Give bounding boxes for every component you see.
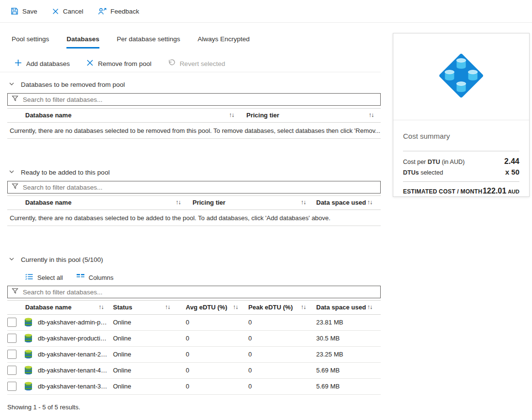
sort-icon[interactable]: ↑↓	[301, 199, 306, 206]
cancel-label: Cancel	[63, 8, 83, 15]
db-peak-edtu: 0	[248, 335, 252, 342]
remove-from-pool-label: Remove from pool	[98, 60, 151, 67]
section-current-header[interactable]: Currently in this pool (5/100)	[0, 255, 381, 264]
sql-database-icon	[24, 381, 32, 392]
db-data-space: 5.69 MB	[316, 367, 339, 374]
sort-icon[interactable]: ↑↓	[233, 304, 238, 310]
estimated-cost-label: ESTIMATED COST / MONTH	[403, 188, 483, 195]
feedback-button[interactable]: Feedback	[98, 7, 139, 15]
sort-icon[interactable]: ↑↓	[369, 112, 374, 118]
sort-icon[interactable]: ↑↓	[176, 199, 181, 206]
section-current-title: Currently in this pool (5/100)	[21, 256, 103, 263]
table-row[interactable]: db-yakshaver-tenant-4… Online 0 0 5.69 M…	[7, 363, 381, 379]
cost-summary-title: Cost summary	[403, 132, 519, 140]
database-action-bar: Add databases Remove from pool Revert	[0, 57, 381, 70]
db-avg-edtu: 0	[186, 351, 189, 358]
section-to-remove-header[interactable]: Databases to be removed from pool	[0, 80, 381, 89]
column-data-space-used[interactable]: Data space used	[316, 199, 366, 206]
to-add-search-input[interactable]	[22, 183, 376, 192]
sql-database-icon	[24, 333, 32, 344]
db-data-space: 23.81 MB	[316, 319, 343, 326]
tab-always-encrypted[interactable]: Always Encrypted	[197, 35, 249, 48]
db-name: db-yakshaver-tenant-3…	[38, 383, 107, 390]
to-add-table-header: Database name ↑↓ Pricing tier ↑↓ Data sp…	[7, 195, 381, 210]
db-name: db-yakshaver-producti…	[38, 335, 107, 342]
current-table-toolbar: Select all Columns	[25, 273, 381, 282]
plus-icon	[15, 59, 22, 68]
sort-icon[interactable]: ↑↓	[367, 199, 372, 206]
cost-per-dtu-row: Cost per DTU (in AUD) 2.44	[403, 157, 519, 166]
columns-button[interactable]: Columns	[77, 274, 113, 281]
column-database-name[interactable]: Database name	[25, 112, 71, 119]
db-status: Online	[113, 383, 131, 390]
command-bar: Save Cancel Feedback	[0, 0, 532, 23]
chevron-down-icon	[9, 80, 15, 89]
dtus-selected-label: DTUs selected	[403, 169, 443, 176]
table-row[interactable]: db-yakshaver-tenant-3… Online 0 0 5.69 M…	[7, 379, 381, 395]
currency-label: AUD	[508, 189, 519, 194]
databases-tab-content: Add databases Remove from pool Revert	[0, 57, 381, 411]
select-all-button[interactable]: Select all	[25, 273, 63, 282]
db-status: Online	[113, 335, 131, 342]
db-data-space: 30.5 MB	[316, 335, 339, 342]
sort-icon[interactable]: ↑↓	[229, 112, 234, 118]
to-remove-empty-message: Currently, there are no databases select…	[7, 123, 381, 139]
revert-selected-label: Revert selected	[179, 60, 225, 67]
chevron-down-icon	[9, 168, 15, 177]
revert-selected-button[interactable]: Revert selected	[168, 59, 225, 68]
db-peak-edtu: 0	[248, 351, 252, 358]
db-name: db-yakshaver-tenant-2…	[38, 351, 107, 358]
to-remove-search-input[interactable]	[22, 96, 376, 104]
section-to-add-header[interactable]: Ready to be added to this pool	[0, 168, 381, 177]
db-data-space: 23.25 MB	[316, 351, 343, 358]
table-row[interactable]: db-yakshaver-tenant-2… Online 0 0 23.25 …	[7, 347, 381, 363]
cost-summary-card: Cost summary Cost per DTU (in AUD) 2.44 …	[393, 33, 530, 197]
db-peak-edtu: 0	[248, 367, 252, 374]
sort-icon[interactable]: ↑↓	[367, 304, 372, 310]
column-database-name[interactable]: Database name	[25, 199, 71, 206]
row-checkbox[interactable]	[7, 366, 16, 375]
column-avg-edtu[interactable]: Avg eDTU (%)	[186, 304, 227, 311]
cost-per-dtu-label: Cost per DTU (in AUD)	[403, 159, 465, 165]
feedback-label: Feedback	[111, 8, 139, 15]
save-button[interactable]: Save	[11, 7, 37, 15]
table-row[interactable]: db-yakshaver-producti… Online 0 0 30.5 M…	[7, 331, 381, 347]
db-name: db-yakshaver-tenant-4…	[38, 367, 107, 374]
row-checkbox[interactable]	[7, 318, 16, 327]
cost-summary-body: Cost summary Cost per DTU (in AUD) 2.44 …	[393, 132, 529, 195]
tab-per-database-settings[interactable]: Per database settings	[117, 35, 180, 48]
column-status[interactable]: Status	[113, 304, 132, 311]
current-search	[7, 286, 381, 298]
column-database-name[interactable]: Database name	[25, 304, 71, 311]
table-row[interactable]: db-yakshaver-admin-p… Online 0 0 23.81 M…	[7, 315, 381, 331]
section-to-remove-title: Databases to be removed from pool	[21, 81, 125, 88]
filter-funnel-icon	[12, 288, 18, 296]
select-all-label: Select all	[37, 274, 63, 281]
sort-icon[interactable]: ↑↓	[165, 304, 170, 310]
remove-from-pool-button[interactable]: Remove from pool	[86, 59, 151, 68]
column-peak-edtu[interactable]: Peak eDTU (%)	[248, 304, 293, 311]
card-icon-area	[393, 33, 529, 120]
elastic-pool-configure-page: Save Cancel Feedback Pool settings Da	[0, 0, 532, 420]
estimated-cost-row: ESTIMATED COST / MONTH 122.01AUD	[403, 187, 519, 195]
row-checkbox[interactable]	[7, 334, 16, 343]
row-checkbox[interactable]	[7, 350, 16, 359]
db-status: Online	[113, 351, 131, 358]
column-data-space-used[interactable]: Data space used	[316, 304, 366, 311]
row-checkbox[interactable]	[7, 382, 16, 391]
dtus-selected-row: DTUs selected x 50	[403, 168, 519, 176]
tab-databases[interactable]: Databases	[66, 35, 99, 48]
to-remove-search	[7, 93, 381, 106]
db-peak-edtu: 0	[248, 319, 252, 326]
current-search-input[interactable]	[22, 288, 376, 296]
sort-icon[interactable]: ↑↓	[98, 304, 104, 310]
tab-pool-settings[interactable]: Pool settings	[12, 35, 49, 48]
to-add-search	[7, 181, 381, 194]
db-name: db-yakshaver-admin-p…	[38, 319, 107, 326]
column-pricing-tier[interactable]: Pricing tier	[246, 112, 279, 119]
column-pricing-tier[interactable]: Pricing tier	[193, 199, 226, 206]
sql-database-icon	[24, 349, 32, 360]
cancel-button[interactable]: Cancel	[52, 8, 83, 15]
add-databases-button[interactable]: Add databases	[15, 59, 70, 68]
sort-icon[interactable]: ↑↓	[301, 304, 306, 310]
